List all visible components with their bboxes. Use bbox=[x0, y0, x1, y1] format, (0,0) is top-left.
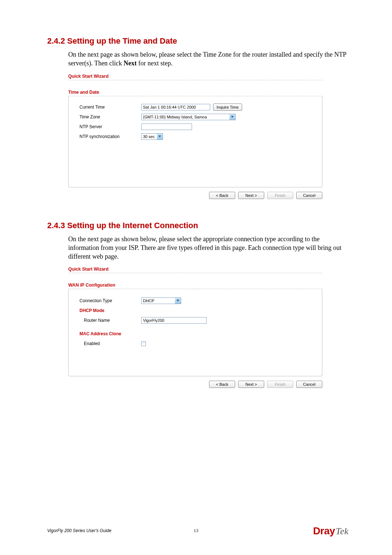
svg-marker-0 bbox=[231, 116, 234, 118]
inquire-time-button[interactable]: Inquire Time bbox=[213, 104, 242, 111]
ntp-sync-select[interactable]: 30 sec bbox=[141, 133, 163, 140]
finish-button: Finish bbox=[267, 381, 293, 388]
wizard-title: Quick Start Wizard bbox=[68, 267, 322, 273]
wizard1-button-row: < Back Next > Finish Cancel bbox=[68, 192, 322, 199]
router-name-label: Router Name bbox=[79, 318, 141, 323]
page-number: 13 bbox=[194, 528, 199, 534]
brand-dray: Dray bbox=[313, 525, 335, 537]
quick-start-wizard-wan: Quick Start Wizard WAN IP Configuration … bbox=[68, 267, 322, 388]
chevron-down-icon bbox=[175, 298, 181, 304]
text-span: On the next page as shown below, please … bbox=[68, 51, 346, 67]
mac-address-clone-label: MAC Address Clone bbox=[79, 331, 141, 336]
section-heading-internet-connection: 2.4.3 Setting up the Internet Connection bbox=[47, 221, 348, 230]
draytek-logo: DrayTek bbox=[313, 525, 348, 537]
text-span: for next step. bbox=[137, 60, 173, 67]
current-time-label: Current Time bbox=[79, 105, 141, 110]
wizard-subtitle: Time and Date bbox=[68, 90, 322, 96]
bold-next: Next bbox=[124, 60, 137, 67]
ntp-server-label: NTP Server bbox=[79, 124, 141, 129]
time-zone-label: Time Zone bbox=[79, 114, 141, 119]
quick-start-wizard-time: Quick Start Wizard Time and Date Current… bbox=[68, 74, 322, 199]
time-zone-value: (GMT-11:00) Midway Island, Samoa bbox=[143, 115, 207, 119]
next-button[interactable]: Next > bbox=[238, 381, 264, 388]
section-heading-time-date: 2.4.2 Setting up the Time and Date bbox=[47, 36, 348, 46]
wizard-title: Quick Start Wizard bbox=[68, 74, 322, 80]
wizard2-button-row: < Back Next > Finish Cancel bbox=[68, 381, 322, 388]
svg-marker-2 bbox=[176, 300, 179, 301]
mac-clone-enabled-checkbox[interactable] bbox=[141, 341, 146, 346]
chevron-down-icon bbox=[229, 114, 235, 120]
ntp-sync-label: NTP synchronization bbox=[79, 134, 141, 139]
router-name-input[interactable]: VigorFly200 bbox=[141, 317, 207, 324]
connection-type-label: Connection Type bbox=[79, 298, 141, 303]
wizard-subtitle: WAN IP Configuration bbox=[68, 283, 322, 289]
back-button[interactable]: < Back bbox=[209, 192, 235, 199]
finish-button: Finish bbox=[267, 192, 293, 199]
wizard-box: Current Time Sat Jan 1 00:16:44 UTC 2000… bbox=[68, 96, 322, 187]
cancel-button[interactable]: Cancel bbox=[296, 381, 322, 388]
wizard-box: Connection Type DHCP DHCP Mode Router Na… bbox=[68, 289, 322, 376]
time-zone-select[interactable]: (GMT-11:00) Midway Island, Samoa bbox=[141, 114, 236, 120]
cancel-button[interactable]: Cancel bbox=[296, 192, 322, 199]
section2-paragraph: On the next page as shown below, please … bbox=[68, 235, 348, 261]
enabled-label: Enabled bbox=[79, 341, 141, 346]
chevron-down-icon bbox=[157, 134, 163, 139]
ntp-server-input[interactable] bbox=[141, 123, 192, 130]
current-time-field: Sat Jan 1 00:16:44 UTC 2000 bbox=[141, 104, 210, 110]
section1-paragraph: On the next page as shown below, please … bbox=[68, 50, 348, 68]
connection-type-select[interactable]: DHCP bbox=[141, 297, 181, 304]
back-button[interactable]: < Back bbox=[209, 381, 235, 388]
footer-guide-title: VigorFly 200 Series User's Guide bbox=[47, 528, 111, 533]
next-button[interactable]: Next > bbox=[238, 192, 264, 199]
dhcp-mode-label: DHCP Mode bbox=[79, 308, 141, 313]
ntp-sync-value: 30 sec bbox=[143, 134, 155, 139]
brand-tek: Tek bbox=[336, 526, 348, 537]
connection-type-value: DHCP bbox=[143, 299, 154, 303]
svg-marker-1 bbox=[158, 135, 161, 137]
